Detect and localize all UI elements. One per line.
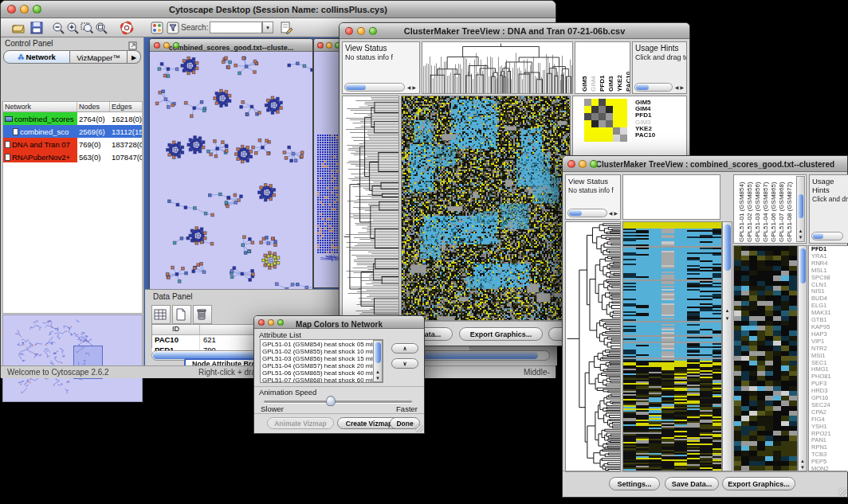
zoom-button[interactable] [590, 160, 598, 168]
vizmapper-icon[interactable] [149, 20, 165, 36]
speed-slider-thumb[interactable] [326, 396, 336, 406]
zoom-in-icon[interactable] [65, 20, 80, 36]
usage-hints-hscroll[interactable] [634, 83, 673, 92]
network-edges: 13112(15) [110, 125, 142, 138]
close-button[interactable] [345, 27, 353, 35]
tv1-zoom-matrix[interactable] [584, 99, 627, 142]
minimize-button[interactable] [357, 27, 365, 35]
minimize-button[interactable] [163, 42, 170, 49]
network-row[interactable]: RNAPuberNov2+563(0)107847(0) [2, 150, 143, 163]
tv2-zoom-vscroll[interactable]: ▲▼ [798, 245, 807, 472]
network-view-canvas[interactable] [150, 52, 312, 289]
move-down-button[interactable]: ∨ [391, 358, 418, 369]
matrix-cell [613, 135, 620, 142]
close-button[interactable] [154, 42, 160, 49]
open-session-button[interactable] [10, 20, 26, 36]
network-row[interactable]: combined_scores2764(0)16218(0) [2, 112, 143, 125]
tv2-collabels-vscroll[interactable]: ▲▼ [796, 176, 805, 242]
filter-icon[interactable] [165, 20, 181, 36]
tv2-heatmap[interactable] [622, 221, 722, 472]
attribute-item[interactable]: GPL51-04 (GSM857) heat shock 20 min [261, 362, 373, 369]
resize-grip[interactable] [414, 424, 423, 432]
save-session-button[interactable] [29, 20, 45, 36]
matrix-cell [606, 135, 613, 142]
hscroll-arrows[interactable]: ◀▶ [407, 84, 418, 90]
dialog-titlebar[interactable]: Map Colors to Network [254, 316, 424, 329]
minimize-button[interactable] [326, 42, 332, 49]
tv2-row-dendrogram[interactable] [565, 221, 621, 472]
close-button[interactable] [567, 160, 575, 168]
usage-hints-hscroll[interactable] [811, 232, 843, 240]
settings-button[interactable]: Settings... [609, 477, 660, 490]
matrix-cell [620, 106, 627, 113]
export-graphics-button[interactable]: Export Graphics... [722, 477, 795, 490]
minimize-button[interactable] [268, 319, 274, 326]
resize-grip[interactable] [838, 487, 846, 496]
attribute-item[interactable]: GPL51-06 (GSM865) heat shock 40 min [261, 369, 373, 377]
attribute-item[interactable]: GPL51-03 (GSM856) heat shock 15 min [261, 355, 373, 362]
zoom-fit-icon[interactable] [79, 20, 95, 36]
close-button[interactable] [258, 319, 265, 326]
close-button[interactable] [317, 42, 324, 49]
speed-slider-track[interactable] [264, 400, 412, 403]
network-overview[interactable] [2, 315, 143, 402]
view-status-hscroll[interactable] [344, 83, 405, 92]
export-graphics-button[interactable]: Export Graphics... [459, 327, 543, 341]
matrix-cell [599, 106, 606, 113]
id-column-header[interactable]: ID [152, 325, 200, 334]
tab-vizmapper[interactable]: VizMapper™ [70, 50, 128, 64]
header-edges[interactable]: Edges [110, 102, 142, 111]
attribute-listbox[interactable]: GPL51-01 (GSM854) heat shock 05 minGPL51… [260, 339, 383, 383]
zoom-region-icon[interactable] [93, 20, 109, 36]
animate-vizmap-button[interactable]: Animate Vizmap [267, 417, 334, 429]
header-network[interactable]: Network [3, 102, 77, 111]
tv2-zoom-heatmap[interactable] [733, 245, 798, 472]
matrix-cell [584, 120, 591, 127]
minimize-button[interactable] [20, 5, 29, 14]
attribute-list-vscroll[interactable]: ▲▼ [373, 340, 383, 382]
tv1-titlebar[interactable]: ClusterMaker TreeView : DNA and Tran 07-… [340, 23, 689, 39]
view-status-hscroll[interactable] [567, 209, 607, 217]
minimize-button[interactable] [579, 160, 587, 168]
zoom-button[interactable] [33, 5, 41, 14]
network-view-titlebar[interactable]: combined_scores_good.txt--cluste... [150, 39, 312, 52]
header-nodes[interactable]: Nodes [77, 102, 110, 111]
zoom-out-icon[interactable] [50, 20, 66, 36]
network-row[interactable]: combined_sco2569(6)13112(15) [2, 125, 143, 138]
zoom-button[interactable] [277, 319, 284, 326]
tab-more-button[interactable]: ▶ [128, 50, 141, 64]
attribute-item[interactable]: GPL51-01 (GSM854) heat shock 05 min [261, 341, 373, 348]
network-table-header: Network Nodes Edges [2, 101, 143, 112]
tv2-gene-list[interactable]: PFD1YRA1RNR4MSL1SPC98CLN1NIS1BUD4ELG1MAK… [808, 245, 848, 472]
tab-network[interactable]: ⁂ Network [3, 50, 70, 64]
help-lifering-icon[interactable] [119, 20, 135, 36]
tv2-titlebar[interactable]: ClusterMaker TreeView : combined_scores_… [563, 156, 847, 172]
zoom-button[interactable] [369, 27, 377, 35]
main-window-title: Cytoscape Desktop (Session Name: collins… [169, 5, 387, 14]
tv2-usage-hints: Usage Hints Click and drag [809, 174, 848, 244]
hscroll-arrows[interactable]: ◀▶ [675, 84, 685, 90]
search-dropdown-button[interactable]: ▼ [262, 21, 273, 33]
tv1-row-dendrogram[interactable] [342, 96, 399, 321]
hscroll-arrows[interactable]: ◀▶ [609, 210, 619, 216]
dialog-title: Map Colors to Network [296, 320, 383, 329]
overview-canvas[interactable] [3, 315, 142, 401]
tv2-heatmap-vscroll[interactable]: ▲▼ [722, 221, 732, 472]
attribute-item[interactable]: GPL51-02 (GSM855) heat shock 10 min [261, 348, 373, 355]
matrix-cell [591, 127, 599, 135]
save-data-button[interactable]: Save Data... [665, 477, 719, 490]
zoom-button[interactable] [173, 42, 179, 49]
network-row[interactable]: DNA and Tran 07769(0)183728(0) [2, 138, 143, 150]
search-input[interactable] [210, 21, 262, 33]
tv1-column-dendrogram[interactable] [422, 41, 573, 94]
move-up-button[interactable]: ∧ [391, 343, 418, 354]
tv1-heatmap[interactable] [401, 96, 571, 321]
close-button[interactable] [7, 5, 16, 14]
annotation-icon[interactable] [278, 20, 294, 36]
data-panel-trash-icon[interactable] [193, 305, 212, 324]
data-panel-grid-icon[interactable] [151, 305, 171, 324]
main-titlebar[interactable]: Cytoscape Desktop (Session Name: collins… [1, 1, 556, 18]
matrix-cell [620, 113, 627, 120]
data-panel-newdoc-icon[interactable] [172, 305, 191, 324]
attribute-item[interactable]: GPL51-07 (GSM868) heat shock 60 min [261, 377, 373, 383]
